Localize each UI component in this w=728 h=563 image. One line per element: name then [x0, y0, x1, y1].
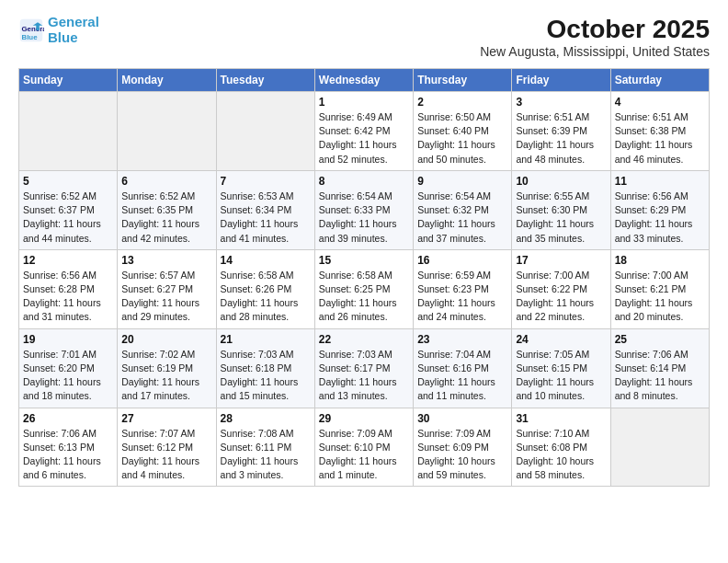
- day-number: 16: [417, 254, 507, 267]
- day-info: Sunrise: 7:09 AMSunset: 6:09 PMDaylight:…: [417, 427, 507, 483]
- day-number: 30: [417, 412, 507, 425]
- day-info: Sunrise: 6:51 AMSunset: 6:39 PMDaylight:…: [516, 110, 606, 167]
- table-row: 16Sunrise: 6:59 AMSunset: 6:23 PMDayligh…: [414, 249, 512, 328]
- day-number: 9: [417, 175, 507, 188]
- day-info: Sunrise: 7:06 AMSunset: 6:14 PMDaylight:…: [615, 348, 705, 404]
- table-row: 10Sunrise: 6:55 AMSunset: 6:30 PMDayligh…: [512, 170, 610, 249]
- calendar-title: October 2025: [480, 15, 710, 44]
- day-info: Sunrise: 7:09 AMSunset: 6:10 PMDaylight:…: [319, 427, 409, 483]
- table-row: 2Sunrise: 6:50 AMSunset: 6:40 PMDaylight…: [414, 92, 512, 171]
- header-wednesday: Wednesday: [314, 69, 413, 92]
- table-row: 31Sunrise: 7:10 AMSunset: 6:08 PMDayligh…: [512, 408, 610, 487]
- table-row: 12Sunrise: 6:56 AMSunset: 6:28 PMDayligh…: [19, 249, 118, 328]
- day-number: 25: [615, 333, 705, 346]
- table-row: 26Sunrise: 7:06 AMSunset: 6:13 PMDayligh…: [19, 408, 118, 487]
- day-info: Sunrise: 6:57 AMSunset: 6:27 PMDaylight:…: [121, 269, 211, 325]
- calendar-table: Sunday Monday Tuesday Wednesday Thursday…: [18, 68, 710, 487]
- table-row: 21Sunrise: 7:03 AMSunset: 6:18 PMDayligh…: [216, 328, 314, 408]
- day-number: 10: [516, 175, 606, 188]
- day-number: 14: [221, 254, 311, 267]
- day-info: Sunrise: 7:03 AMSunset: 6:18 PMDaylight:…: [221, 348, 311, 404]
- day-info: Sunrise: 6:49 AMSunset: 6:42 PMDaylight:…: [319, 110, 409, 167]
- table-row: 11Sunrise: 6:56 AMSunset: 6:29 PMDayligh…: [610, 170, 709, 249]
- day-info: Sunrise: 6:58 AMSunset: 6:26 PMDaylight:…: [221, 269, 311, 325]
- day-number: 8: [319, 175, 409, 188]
- day-info: Sunrise: 6:55 AMSunset: 6:30 PMDaylight:…: [516, 190, 606, 246]
- day-info: Sunrise: 7:06 AMSunset: 6:13 PMDaylight:…: [23, 427, 113, 483]
- table-row: 1Sunrise: 6:49 AMSunset: 6:42 PMDaylight…: [314, 92, 413, 171]
- header: General Blue General Blue October 2025 N…: [18, 15, 710, 59]
- table-row: 20Sunrise: 7:02 AMSunset: 6:19 PMDayligh…: [118, 328, 216, 408]
- day-number: 17: [516, 254, 606, 267]
- day-number: 13: [121, 254, 211, 267]
- day-number: 29: [319, 412, 409, 425]
- day-number: 24: [516, 333, 606, 346]
- day-info: Sunrise: 6:54 AMSunset: 6:33 PMDaylight:…: [319, 190, 409, 246]
- day-number: 27: [121, 412, 211, 425]
- day-number: 6: [121, 175, 211, 188]
- table-row: 28Sunrise: 7:08 AMSunset: 6:11 PMDayligh…: [216, 408, 314, 487]
- day-info: Sunrise: 6:58 AMSunset: 6:25 PMDaylight:…: [319, 269, 409, 325]
- day-number: 28: [221, 412, 311, 425]
- table-row: 27Sunrise: 7:07 AMSunset: 6:12 PMDayligh…: [118, 408, 216, 487]
- header-monday: Monday: [118, 69, 216, 92]
- day-info: Sunrise: 7:08 AMSunset: 6:11 PMDaylight:…: [221, 427, 311, 483]
- day-info: Sunrise: 6:56 AMSunset: 6:29 PMDaylight:…: [615, 190, 705, 246]
- table-row: 22Sunrise: 7:03 AMSunset: 6:17 PMDayligh…: [314, 328, 413, 408]
- header-sunday: Sunday: [19, 69, 118, 92]
- day-info: Sunrise: 6:56 AMSunset: 6:28 PMDaylight:…: [23, 269, 113, 325]
- table-row: 30Sunrise: 7:09 AMSunset: 6:09 PMDayligh…: [414, 408, 512, 487]
- day-info: Sunrise: 7:02 AMSunset: 6:19 PMDaylight:…: [121, 348, 211, 404]
- table-row: 14Sunrise: 6:58 AMSunset: 6:26 PMDayligh…: [216, 249, 314, 328]
- calendar-header: Sunday Monday Tuesday Wednesday Thursday…: [19, 69, 710, 92]
- logo-text: General Blue: [48, 15, 99, 45]
- table-row: [216, 92, 314, 171]
- day-number: 22: [319, 333, 409, 346]
- day-number: 19: [23, 333, 113, 346]
- day-number: 15: [319, 254, 409, 267]
- day-number: 3: [516, 96, 606, 109]
- logo-line1: General: [48, 14, 99, 29]
- day-info: Sunrise: 6:53 AMSunset: 6:34 PMDaylight:…: [221, 190, 311, 246]
- header-friday: Friday: [512, 69, 610, 92]
- table-row: 18Sunrise: 7:00 AMSunset: 6:21 PMDayligh…: [610, 249, 709, 328]
- table-row: [610, 408, 709, 487]
- day-info: Sunrise: 6:50 AMSunset: 6:40 PMDaylight:…: [417, 110, 507, 167]
- day-number: 21: [221, 333, 311, 346]
- calendar-page: General Blue General Blue October 2025 N…: [0, 0, 728, 501]
- table-row: 7Sunrise: 6:53 AMSunset: 6:34 PMDaylight…: [216, 170, 314, 249]
- table-row: 15Sunrise: 6:58 AMSunset: 6:25 PMDayligh…: [314, 249, 413, 328]
- day-number: 31: [516, 412, 606, 425]
- table-row: 3Sunrise: 6:51 AMSunset: 6:39 PMDaylight…: [512, 92, 610, 171]
- table-row: 9Sunrise: 6:54 AMSunset: 6:32 PMDaylight…: [414, 170, 512, 249]
- table-row: 17Sunrise: 7:00 AMSunset: 6:22 PMDayligh…: [512, 249, 610, 328]
- day-info: Sunrise: 7:04 AMSunset: 6:16 PMDaylight:…: [417, 348, 507, 404]
- day-info: Sunrise: 7:01 AMSunset: 6:20 PMDaylight:…: [23, 348, 113, 404]
- day-number: 20: [121, 333, 211, 346]
- day-info: Sunrise: 6:52 AMSunset: 6:35 PMDaylight:…: [121, 190, 211, 246]
- day-info: Sunrise: 7:03 AMSunset: 6:17 PMDaylight:…: [319, 348, 409, 404]
- table-row: [19, 92, 118, 171]
- table-row: 24Sunrise: 7:05 AMSunset: 6:15 PMDayligh…: [512, 328, 610, 408]
- logo-line2: Blue: [48, 29, 78, 45]
- day-number: 7: [221, 175, 311, 188]
- day-number: 26: [23, 412, 113, 425]
- header-thursday: Thursday: [414, 69, 512, 92]
- day-number: 18: [615, 254, 705, 267]
- svg-text:Blue: Blue: [22, 32, 39, 40]
- title-block: October 2025 New Augusta, Mississippi, U…: [480, 15, 710, 59]
- day-number: 23: [417, 333, 507, 346]
- logo-icon: General Blue: [18, 17, 44, 43]
- logo: General Blue General Blue: [18, 15, 99, 45]
- day-info: Sunrise: 6:59 AMSunset: 6:23 PMDaylight:…: [417, 269, 507, 325]
- table-row: 5Sunrise: 6:52 AMSunset: 6:37 PMDaylight…: [19, 170, 118, 249]
- table-row: 8Sunrise: 6:54 AMSunset: 6:33 PMDaylight…: [314, 170, 413, 249]
- header-tuesday: Tuesday: [216, 69, 314, 92]
- day-info: Sunrise: 6:52 AMSunset: 6:37 PMDaylight:…: [23, 190, 113, 246]
- day-number: 1: [319, 96, 409, 109]
- day-number: 11: [615, 175, 705, 188]
- day-number: 4: [615, 96, 705, 109]
- day-info: Sunrise: 7:07 AMSunset: 6:12 PMDaylight:…: [121, 427, 211, 483]
- table-row: 13Sunrise: 6:57 AMSunset: 6:27 PMDayligh…: [118, 249, 216, 328]
- table-row: 29Sunrise: 7:09 AMSunset: 6:10 PMDayligh…: [314, 408, 413, 487]
